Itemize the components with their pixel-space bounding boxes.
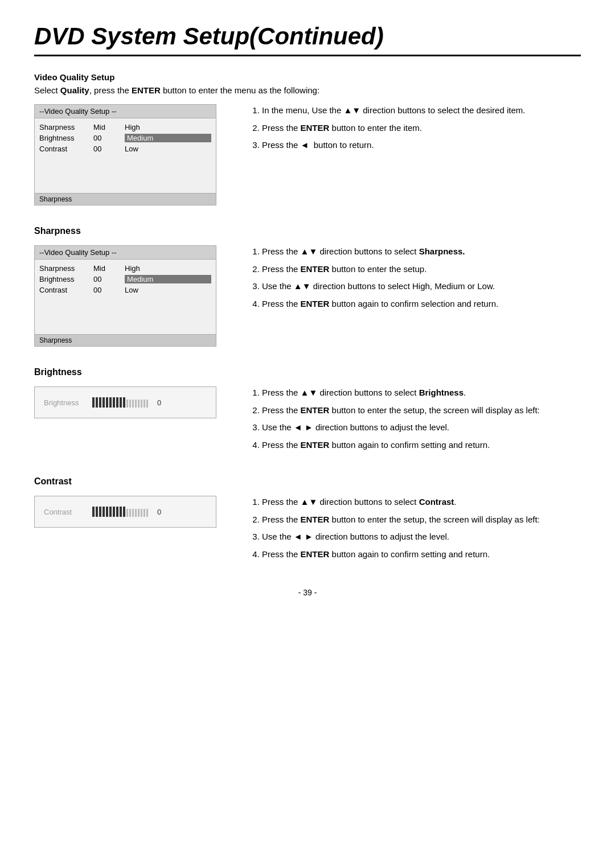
page-title: DVD System Setup(Continued) (34, 23, 581, 56)
brightness-slider-bars (92, 397, 148, 408)
video-quality-left: --Video Quality Setup -- Sharpness Mid H… (34, 104, 228, 205)
table-row: Contrast 00 Low (39, 143, 211, 154)
list-item: Press the ENTER button again to confirm … (262, 548, 581, 561)
bar (116, 397, 118, 408)
video-quality-content: --Video Quality Setup -- Sharpness Mid H… (34, 104, 581, 205)
brightness-left: Brightness (34, 386, 228, 421)
video-quality-header: Video Quality Setup (34, 72, 581, 82)
bar (96, 397, 98, 408)
brightness-title: Brightness (34, 367, 581, 377)
bar-dotted (135, 509, 137, 517)
contrast-left: Contrast (34, 496, 228, 530)
bar-dotted (144, 509, 145, 517)
menu-cell: Contrast (39, 286, 93, 294)
bar (116, 507, 118, 517)
bar (113, 397, 115, 408)
list-item: Press the ENTER button to enter the item… (262, 122, 581, 135)
sharpness-section: Sharpness --Video Quality Setup -- Sharp… (34, 226, 581, 347)
video-quality-menu-box: --Video Quality Setup -- Sharpness Mid H… (34, 104, 216, 205)
menu-cell: Sharpness (39, 264, 93, 273)
menu-cell: Brightness (39, 134, 93, 142)
page-number: - 39 - (34, 588, 581, 597)
bar-dotted (126, 509, 128, 517)
bar-dotted (146, 400, 148, 408)
bar (109, 507, 112, 517)
list-item: Press the ENTER button to enter the setu… (262, 513, 581, 526)
bar-dotted (129, 509, 131, 517)
bar-dotted (141, 509, 142, 517)
bar (92, 397, 95, 408)
bar (109, 397, 112, 408)
bar (120, 397, 122, 408)
bar (106, 507, 108, 517)
list-item: Use the ▲▼ direction buttons to select H… (262, 280, 581, 293)
bar (106, 397, 108, 408)
menu-cell: 00 (93, 145, 125, 153)
sharpness-left: --Video Quality Setup -- Sharpness Mid H… (34, 245, 228, 347)
menu-cell: 00 (93, 286, 125, 294)
bar-dotted (141, 400, 142, 408)
bar (99, 507, 101, 517)
menu-cell-highlight: Medium (125, 275, 211, 283)
menu-table-1: Sharpness Mid High Brightness 00 Medium … (35, 118, 216, 159)
video-quality-intro: Select Quality, press the ENTER button t… (34, 85, 581, 95)
menu-cell: Mid (93, 264, 125, 273)
bar (123, 397, 125, 408)
table-row: Brightness 00 Medium (39, 133, 211, 143)
list-item: Press the ◄ button to return. (262, 139, 581, 152)
list-item: In the menu, Use the ▲▼ direction button… (262, 104, 581, 117)
contrast-title: Contrast (34, 476, 581, 487)
sharpness-menu-box: --Video Quality Setup -- Sharpness Mid H… (34, 245, 216, 347)
menu-cell: Brightness (39, 275, 93, 283)
brightness-slider-label: Brightness (44, 398, 87, 407)
quality-bold: Quality (60, 85, 89, 95)
sharpness-instructions: Press the ▲▼ direction buttons to select… (251, 245, 581, 315)
bar (99, 397, 101, 408)
bar (96, 507, 98, 517)
menu-cell: Low (125, 145, 211, 153)
bar (92, 507, 95, 517)
menu-cell: 00 (93, 275, 125, 283)
menu-cell: 00 (93, 134, 125, 142)
contrast-slider-bars (92, 507, 148, 517)
sharpness-title: Sharpness (34, 226, 581, 236)
bar-dotted (144, 400, 145, 408)
bar-dotted (132, 400, 134, 408)
enter-bold-1: ENTER (132, 85, 161, 95)
video-quality-instructions: In the menu, Use the ▲▼ direction button… (251, 104, 581, 157)
bar (113, 507, 115, 517)
table-row: Sharpness Mid High (39, 122, 211, 133)
bar (123, 507, 125, 517)
list-item: Press the ENTER button to enter the setu… (262, 404, 581, 417)
menu-table-2: Sharpness Mid High Brightness 00 Medium … (35, 260, 216, 300)
contrast-instructions: Press the ▲▼ direction buttons to select… (251, 496, 581, 565)
table-row: Brightness 00 Medium (39, 274, 211, 285)
table-row: Contrast 00 Low (39, 285, 211, 295)
menu-footer-2: Sharpness (35, 334, 216, 346)
bar-dotted (138, 400, 140, 408)
brightness-content: Brightness (34, 386, 581, 456)
list-item: Press the ENTER button to enter the setu… (262, 263, 581, 276)
video-quality-section: Video Quality Setup Select Quality, pres… (34, 72, 581, 205)
menu-cell: Low (125, 286, 211, 294)
menu-cell: High (125, 264, 211, 273)
bar-dotted (132, 509, 134, 517)
menu-footer-1: Sharpness (35, 193, 216, 205)
contrast-slider-label: Contrast (44, 508, 87, 516)
contrast-content: Contrast (34, 496, 581, 565)
sharpness-content: --Video Quality Setup -- Sharpness Mid H… (34, 245, 581, 347)
list-item: Press the ▲▼ direction buttons to select… (262, 245, 581, 258)
menu-cell: High (125, 123, 211, 131)
bar-dotted (146, 509, 148, 517)
contrast-section: Contrast Contrast (34, 476, 581, 565)
menu-box-title-2: --Video Quality Setup -- (35, 246, 216, 260)
brightness-section: Brightness Brightness (34, 367, 581, 456)
list-item: Use the ◄ ► direction buttons to adjust … (262, 421, 581, 434)
list-item: Press the ▲▼ direction buttons to select… (262, 386, 581, 400)
brightness-instructions: Press the ▲▼ direction buttons to select… (251, 386, 581, 456)
list-item: Use the ◄ ► direction buttons to adjust … (262, 530, 581, 544)
bar-dotted (138, 509, 140, 517)
bar-dotted (129, 400, 131, 408)
menu-cell: Contrast (39, 145, 93, 153)
menu-cell: Mid (93, 123, 125, 131)
